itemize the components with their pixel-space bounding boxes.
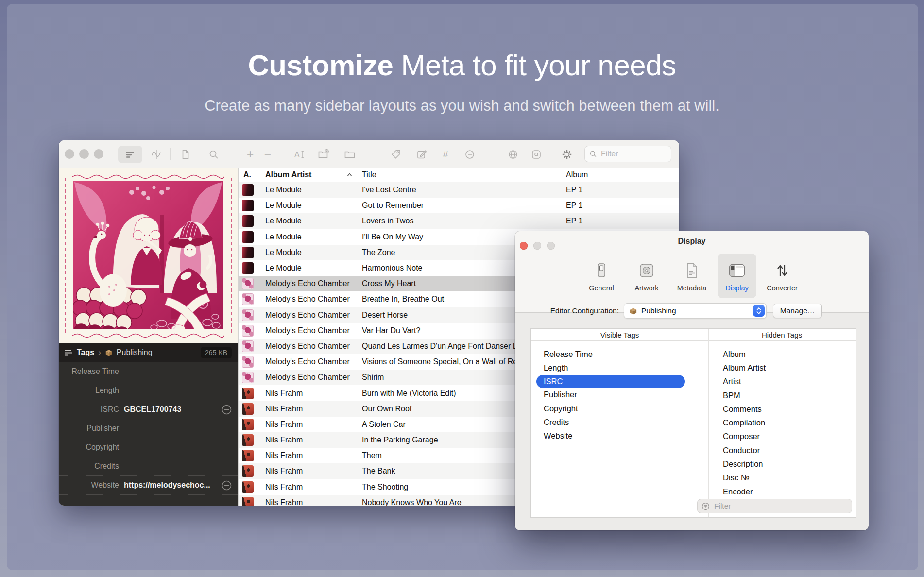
cell-album-artist: Nils Frahm — [259, 405, 357, 413]
hidden-tag-item[interactable]: Album Artist — [709, 361, 856, 374]
cell-album-artist: Nils Frahm — [259, 483, 357, 492]
hidden-tag-item[interactable]: Encoder — [709, 485, 856, 498]
visible-tags-header: Visible Tags — [531, 329, 708, 340]
table-row[interactable]: Le ModuleI've Lost CentreEP 1 — [239, 182, 679, 198]
visible-tag-item[interactable]: Publisher — [531, 388, 708, 402]
text-edit-icon[interactable]: A — [293, 149, 305, 160]
visible-tag-item[interactable]: Website — [531, 429, 708, 442]
cell-album-artist: Le Module — [259, 248, 357, 257]
popup-stepper-icon — [753, 305, 765, 317]
zoom-button[interactable] — [94, 149, 103, 159]
tab-general[interactable]: General — [582, 254, 621, 298]
tab-display[interactable]: Display — [718, 254, 756, 298]
hidden-tag-item[interactable]: Composer — [709, 430, 856, 443]
table-row[interactable]: Le ModuleGot to RememberEP 1 — [239, 198, 679, 213]
visible-tag-item[interactable]: Copyright — [531, 402, 708, 415]
visible-tag-item[interactable]: Length — [531, 361, 708, 374]
number-icon[interactable]: # — [440, 146, 451, 162]
library-filter-input[interactable] — [600, 149, 660, 159]
window-title: Display — [515, 237, 869, 246]
sidebar-field-row[interactable]: ISRCGBCEL1700743 — [59, 400, 238, 419]
add-icon[interactable]: + — [244, 146, 256, 162]
compose-icon[interactable] — [416, 149, 428, 160]
document-icon[interactable] — [180, 149, 191, 160]
visible-tag-item[interactable]: Release Time — [531, 347, 708, 361]
hidden-tag-item[interactable]: Artist — [709, 375, 856, 389]
cell-album-artist: Nils Frahm — [259, 420, 357, 429]
toolbar-divider — [170, 148, 171, 160]
cell-album-artist: Le Module — [259, 217, 357, 225]
field-label: Copyright — [66, 443, 119, 452]
remove-field-button[interactable] — [221, 480, 232, 491]
visible-tag-item[interactable]: ISRC — [536, 375, 685, 388]
tab-metadata[interactable]: Metadata — [672, 254, 711, 298]
hidden-tag-item[interactable]: Compilation — [709, 416, 856, 429]
disc-icon — [638, 258, 655, 283]
breadcrumb-tags[interactable]: Tags — [77, 348, 94, 357]
field-value: GBCEL1700743 — [124, 405, 181, 414]
hidden-tag-item[interactable]: Album — [709, 347, 856, 361]
album-artwork[interactable] — [59, 168, 238, 343]
album-art-thumbnail — [242, 231, 254, 243]
minus-circle-icon — [221, 480, 232, 491]
visible-tag-item[interactable]: Credits — [531, 415, 708, 429]
search-icon[interactable] — [208, 149, 220, 160]
sidebar-field-row[interactable]: Websitehttps://melodysechoc... — [59, 476, 238, 495]
page-title-rest: Meta to fit your needs — [393, 49, 676, 82]
tab-converter[interactable]: Converter — [763, 254, 802, 298]
library-filter-field[interactable] — [584, 146, 671, 162]
hidden-tag-item[interactable]: Disc № — [709, 471, 856, 485]
cell-album: EP 1 — [562, 217, 679, 225]
cell-title: I've Lost Centre — [357, 186, 562, 194]
close-button[interactable] — [65, 149, 74, 159]
folder-icon[interactable] — [344, 149, 356, 160]
hidden-tag-item[interactable]: BPM — [709, 389, 856, 402]
breadcrumb-current[interactable]: Publishing — [117, 348, 153, 357]
sidebar-field-row[interactable]: Length — [59, 381, 238, 400]
column-header-artwork[interactable]: A. — [239, 168, 259, 182]
hidden-tag-item[interactable]: Comments — [709, 402, 856, 416]
tags-filter-field[interactable] — [697, 499, 852, 513]
album-art-thumbnail — [242, 450, 254, 461]
tags-filter-input[interactable] — [713, 501, 832, 511]
cell-album: EP 1 — [562, 201, 679, 210]
table-row[interactable]: Le ModuleLovers in TwosEP 1 — [239, 213, 679, 229]
svg-text:A: A — [294, 151, 300, 159]
cell-title: Lovers in Twos — [357, 217, 562, 225]
tab-artwork[interactable]: Artwork — [627, 254, 666, 298]
column-header-title[interactable]: Title — [357, 168, 562, 182]
artwork-frame-icon[interactable] — [530, 149, 542, 160]
sidebar-field-row[interactable]: Release Time — [59, 362, 238, 381]
popup-selected-value: Publishing — [641, 306, 676, 315]
remove-field-button[interactable] — [221, 404, 232, 415]
remove-icon[interactable]: − — [262, 146, 274, 162]
globe-icon[interactable] — [507, 149, 519, 160]
field-label: Credits — [66, 462, 119, 471]
hidden-tags-header: Hidden Tags — [708, 329, 856, 340]
hidden-tag-item[interactable]: Conductor — [709, 443, 856, 457]
tag-icon[interactable] — [390, 149, 402, 160]
sidebar-field-row[interactable]: Credits — [59, 457, 238, 476]
package-icon — [105, 349, 113, 356]
sidebar-field-row[interactable]: Copyright — [59, 438, 238, 457]
minimize-button[interactable] — [79, 149, 89, 159]
gear-icon[interactable] — [561, 149, 573, 160]
album-art-thumbnail — [242, 481, 254, 493]
manage-button[interactable]: Manage… — [773, 304, 822, 318]
album-art-thumbnail — [242, 200, 254, 211]
file-size-badge: 265 KB — [201, 347, 232, 358]
column-header-album[interactable]: Album — [562, 168, 679, 182]
display-preferences-window: Display General Artwork Metadata — [515, 231, 869, 530]
folder-add-icon[interactable] — [318, 149, 329, 160]
sidebar-field-row[interactable]: Publisher — [59, 419, 238, 438]
hidden-tag-item[interactable]: Description — [709, 457, 856, 471]
cell-album-artist: Melody's Echo Chamber — [259, 279, 357, 288]
editor-configuration-popup[interactable]: Publishing — [624, 303, 767, 319]
tab-label: General — [589, 284, 614, 292]
sort-ascending-icon — [347, 173, 352, 177]
field-value: https://melodysechoc... — [124, 481, 210, 490]
column-header-album-artist[interactable]: Album Artist — [259, 168, 357, 182]
waveform-icon[interactable] — [151, 149, 162, 160]
toolbar-divider — [200, 148, 200, 160]
remove-circle-icon[interactable] — [464, 149, 476, 160]
